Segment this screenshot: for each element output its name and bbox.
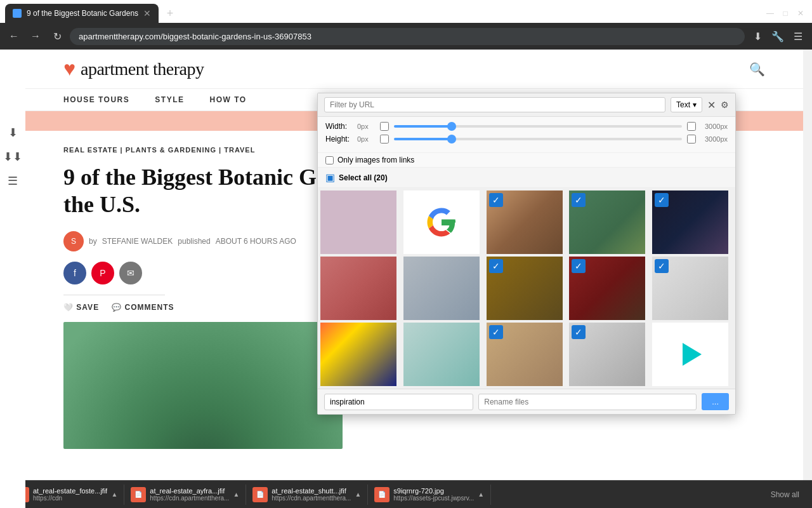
download-item-2[interactable]: 📄 at_real-estate_ayfra...jfif https://cd… — [124, 485, 246, 505]
download-button[interactable]: ... — [702, 393, 729, 410]
download-item-icon-4: 📄 — [374, 487, 390, 502]
height-slider[interactable] — [394, 138, 682, 140]
menu-icon[interactable]: ☰ — [789, 27, 807, 45]
download-chevron-2[interactable]: ▲ — [233, 491, 239, 498]
downloader-panel: Text ▾ ✕ ⚙ Width: 0px 3000px Height: 0px — [317, 93, 736, 415]
grid-image-7[interactable] — [403, 257, 480, 320]
author-name[interactable]: STEFANIE WALDEK — [102, 237, 173, 246]
download-item-url-3: https://cdn.apartmentthera... — [272, 495, 351, 502]
grid-image-6[interactable] — [320, 257, 396, 320]
download-chevron-3[interactable]: ▲ — [355, 491, 361, 498]
width-max-check[interactable] — [687, 122, 696, 131]
search-icon[interactable]: 🔍 — [749, 62, 765, 77]
forward-button[interactable]: → — [27, 27, 44, 45]
email-button[interactable]: ✉ — [119, 262, 142, 284]
download-item-url-4: https://assets-jpcust.jwpsrv... — [393, 495, 474, 502]
close-window-button[interactable]: ✕ — [794, 7, 807, 20]
active-tab[interactable]: 9 of the Biggest Botanic Gardens ✕ — [5, 4, 159, 23]
download-item-name-3: at_real-estate_shutt...jfif — [272, 487, 351, 495]
settings-icon[interactable]: ⚙ — [721, 100, 729, 110]
grid-image-1[interactable] — [320, 190, 396, 254]
save-action[interactable]: 🤍 SAVE — [63, 303, 99, 312]
width-max-val: 3000px — [701, 123, 728, 130]
type-chevron-icon: ▾ — [693, 100, 697, 109]
maximize-button[interactable]: □ — [779, 7, 792, 20]
address-bar[interactable] — [70, 28, 745, 45]
width-slider[interactable] — [394, 125, 682, 128]
check-overlay-8: ✓ — [489, 259, 503, 273]
download-item-info-3: at_real-estate_shutt...jfif https://cdn.… — [272, 487, 351, 502]
back-button[interactable]: ← — [5, 27, 23, 45]
site-logo[interactable]: ♥ apartment therapy — [63, 57, 204, 81]
download-item-4[interactable]: 📄 s9iqrnrg-720.jpg https://assets-jpcust… — [368, 485, 491, 505]
facebook-button[interactable]: f — [63, 262, 86, 284]
type-selector[interactable]: Text ▾ — [671, 97, 702, 112]
image-grid: ✓ ✓ ✓ ✓ ✓ ✓ — [318, 188, 735, 389]
logo-text: apartment therapy — [81, 59, 204, 79]
download-item-3[interactable]: 📄 at_real-estate_shutt...jfif https://cd… — [246, 485, 368, 505]
sidebar-menu-icon[interactable]: ☰ — [8, 174, 18, 188]
grid-image-13[interactable]: ✓ — [487, 323, 563, 386]
grid-image-2[interactable] — [403, 190, 480, 254]
url-input[interactable] — [79, 32, 736, 41]
nav-how-to[interactable]: HOW TO — [209, 95, 246, 104]
sidebar-expand-icon[interactable]: ⬇⬇ — [3, 150, 22, 164]
only-links-checkbox[interactable] — [325, 156, 334, 164]
download-icon[interactable]: ⬇ — [749, 27, 766, 45]
grid-image-4[interactable]: ✓ — [569, 190, 645, 254]
play-icon-container — [652, 323, 728, 386]
tab-bar: 9 of the Biggest Botanic Gardens ✕ + — [5, 4, 179, 23]
height-row: Height: 0px 3000px — [325, 135, 728, 144]
filter-input[interactable] — [324, 97, 665, 112]
comments-action[interactable]: 💬 COMMENTS — [112, 303, 174, 312]
select-all-label[interactable]: Select all (20) — [339, 173, 388, 182]
extensions-icon[interactable]: 🔧 — [769, 27, 787, 45]
height-max-check[interactable] — [687, 135, 696, 144]
download-arrow-icon[interactable]: ⬇ — [8, 126, 18, 140]
grid-image-11[interactable] — [320, 323, 396, 386]
height-max-val: 3000px — [701, 135, 728, 143]
grid-image-15[interactable] — [652, 323, 728, 386]
grid-image-10[interactable]: ✓ — [652, 257, 728, 320]
width-row: Width: 0px 3000px — [325, 122, 728, 131]
download-bar: 📄 at_real-estate_foste...jfif https://cd… — [0, 480, 812, 508]
new-tab-button[interactable]: + — [161, 4, 179, 22]
check-overlay-3: ✓ — [489, 193, 503, 207]
download-item-info-1: at_real-estate_foste...jfif https://cdn — [33, 487, 107, 502]
tab-close-button[interactable]: ✕ — [143, 8, 151, 18]
divider — [63, 295, 165, 295]
grid-image-8[interactable]: ✓ — [487, 257, 563, 320]
width-min-check[interactable] — [380, 122, 389, 131]
download-chevron-1[interactable]: ▲ — [111, 491, 117, 498]
download-item-url-2: https://cdn.apartmentthera... — [150, 495, 229, 502]
left-sidebar: ⬇ ⬇⬇ ☰ — [0, 50, 25, 508]
author-avatar: S — [63, 231, 84, 251]
deselect-icon[interactable]: ▣ — [325, 171, 335, 184]
grid-image-12[interactable] — [403, 323, 480, 386]
nav-style[interactable]: STYLE — [155, 95, 184, 104]
height-slider-thumb — [447, 135, 456, 144]
window-controls: — □ ✕ — [764, 7, 807, 20]
download-item-info-4: s9iqrnrg-720.jpg https://assets-jpcust.j… — [393, 487, 474, 502]
grid-image-9[interactable]: ✓ — [569, 257, 645, 320]
tab-title: 9 of the Biggest Botanic Gardens — [27, 9, 138, 18]
minimize-button[interactable]: — — [764, 7, 776, 20]
grid-image-3[interactable]: ✓ — [487, 190, 563, 254]
download-chevron-4[interactable]: ▲ — [478, 491, 484, 498]
pinterest-button[interactable]: P — [91, 262, 114, 284]
show-all-button[interactable]: Show all — [766, 488, 804, 502]
grid-image-5[interactable]: ✓ — [652, 190, 728, 254]
close-button[interactable]: ✕ — [707, 99, 716, 111]
downloader-header: Text ▾ ✕ ⚙ — [318, 93, 735, 117]
folder-input[interactable] — [324, 394, 473, 410]
nav-house-tours[interactable]: HOUSE TOURS — [63, 95, 129, 104]
nav-icons: ⬇ 🔧 ☰ — [749, 27, 807, 45]
check-overlay-5: ✓ — [655, 193, 669, 207]
rename-input[interactable] — [478, 394, 697, 410]
height-min-val: 0px — [357, 135, 375, 143]
hero-image — [63, 322, 343, 449]
height-min-check[interactable] — [380, 135, 389, 144]
refresh-button[interactable]: ↻ — [48, 27, 66, 45]
scrollbar[interactable] — [803, 50, 812, 508]
grid-image-14[interactable]: ✓ — [569, 323, 645, 386]
